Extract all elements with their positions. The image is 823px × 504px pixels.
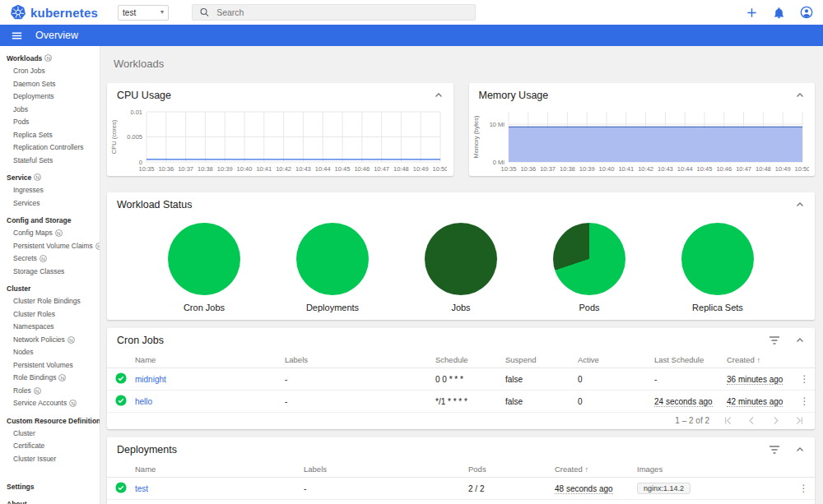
sidebar-item-label: Persistent Volumes — [13, 362, 73, 370]
row-menu-button[interactable]: ⋮ — [793, 500, 815, 504]
sidebar-item-services[interactable]: Services — [0, 197, 100, 210]
create-resource-button[interactable] — [746, 7, 758, 19]
card-header: CPU Usage — [107, 83, 453, 107]
sidebar-item-roles[interactable]: RolesN — [0, 385, 100, 398]
column-created[interactable]: Created ↑ — [550, 461, 632, 478]
column-name[interactable]: Name — [130, 352, 280, 368]
svg-text:10:46: 10:46 — [716, 165, 732, 173]
namespace-selector[interactable]: test ▾ — [118, 5, 169, 21]
sidebar-group-label: Service — [7, 173, 31, 182]
column-schedule[interactable]: Schedule — [430, 352, 500, 368]
brand-link[interactable]: kubernetes — [10, 4, 98, 21]
search-input[interactable] — [216, 7, 468, 17]
sidebar-group-config-and-storage: Config and Storage — [0, 214, 100, 227]
sidebar-item-service-accounts[interactable]: Service AccountsN — [0, 397, 100, 410]
sidebar-item-jobs[interactable]: Jobs — [0, 104, 100, 117]
sidebar-item-cluster[interactable]: Cluster — [0, 428, 100, 441]
next-page-button[interactable] — [770, 415, 781, 426]
sidebar-item-cluster-role-bindings[interactable]: Cluster Role Bindings — [0, 295, 100, 308]
namespaced-badge: N — [40, 255, 47, 262]
column-labels[interactable]: Labels — [280, 352, 430, 368]
column-pods[interactable]: Pods — [463, 461, 550, 478]
column-menu — [793, 461, 815, 478]
previous-page-button[interactable] — [746, 415, 757, 426]
sidebar-item-label: Secrets — [13, 255, 37, 263]
cell-active: 0 — [573, 391, 649, 413]
sidebar-item-label: Cluster Issuer — [13, 455, 56, 464]
sidebar-item-daemon-sets[interactable]: Daemon Sets — [0, 78, 100, 91]
sidebar-item-network-policies[interactable]: Network PoliciesN — [0, 334, 100, 347]
sidebar-item-secrets[interactable]: SecretsN — [0, 252, 100, 266]
pie-label: Jobs — [451, 303, 470, 312]
sidebar-item-nodes[interactable]: Nodes — [0, 346, 100, 359]
sidebar-item-role-bindings[interactable]: Role BindingsN — [0, 372, 100, 385]
sidebar-item-replica-sets[interactable]: Replica Sets — [0, 129, 100, 142]
column-menu — [794, 352, 815, 368]
app-header: Overview — [0, 25, 823, 46]
deployment-link[interactable]: test — [135, 484, 148, 493]
row-menu-button[interactable]: ⋮ — [794, 391, 815, 413]
collapse-button[interactable] — [795, 445, 805, 455]
sidebar-group-settings[interactable]: Settings — [0, 480, 100, 493]
sidebar-item-cluster-roles[interactable]: Cluster Roles — [0, 308, 100, 321]
filter-button[interactable] — [769, 335, 780, 345]
cell-name: test — [130, 478, 299, 500]
column-created[interactable]: Created ↑ — [722, 352, 794, 368]
cron-job-link[interactable]: hello — [135, 397, 152, 406]
column-active[interactable]: Active — [573, 352, 649, 368]
sidebar-item-ingresses[interactable]: Ingresses — [0, 184, 100, 197]
sidebar-item-cron-jobs[interactable]: Cron Jobs — [0, 65, 100, 78]
memory-usage-chart: 0 Mi10 Mi10:3510:3610:3710:3810:3910:401… — [471, 107, 809, 173]
svg-text:10:48: 10:48 — [756, 165, 771, 173]
topbar-actions — [746, 6, 813, 19]
sidebar-group-service[interactable]: ServiceN — [0, 171, 100, 184]
sidebar-item-persistent-volumes[interactable]: Persistent Volumes — [0, 359, 100, 372]
collapse-button[interactable] — [434, 90, 444, 100]
row-menu-button[interactable]: ⋮ — [794, 368, 815, 391]
sidebar-item-namespaces[interactable]: Namespaces — [0, 321, 100, 334]
column-suspend[interactable]: Suspend — [500, 352, 573, 368]
sidebar-item-stateful-sets[interactable]: Stateful Sets — [0, 155, 100, 168]
column-images[interactable]: Images — [632, 461, 793, 478]
card-title: Cron Jobs — [117, 335, 754, 346]
sidebar-item-persistent-volume-claims[interactable]: Persistent Volume ClaimsN — [0, 240, 100, 253]
sidebar-item-deployments[interactable]: Deployments — [0, 90, 100, 104]
svg-text:10:45: 10:45 — [696, 165, 712, 173]
sidebar-item-pods[interactable]: Pods — [0, 116, 100, 129]
notifications-button[interactable] — [773, 7, 785, 19]
account-button[interactable] — [800, 6, 813, 19]
cpu-usage-chart: 00.0050.0110:3510:3610:3710:3810:3910:40… — [109, 107, 447, 173]
collapse-button[interactable] — [795, 335, 805, 345]
row-menu-button[interactable]: ⋮ — [793, 478, 815, 500]
sidebar-item-cluster-issuer[interactable]: Cluster Issuer — [0, 453, 100, 466]
cron-job-link[interactable]: midnight — [135, 375, 166, 384]
sidebar-item-replication-controllers[interactable]: Replication Controllers — [0, 141, 100, 155]
chevron-down-icon: ▾ — [160, 9, 164, 16]
sidebar-item-label: Deployments — [13, 93, 54, 101]
column-last-schedule[interactable]: Last Schedule — [649, 352, 722, 368]
cell-name: hello — [130, 391, 280, 413]
menu-icon[interactable] — [11, 30, 23, 41]
deployment-row-nginx-deployment: nginx-deploymentapp: nginx3 / 342 minute… — [107, 500, 815, 504]
status-ok-icon — [107, 391, 130, 413]
cell-name: nginx-deployment — [130, 500, 299, 504]
collapse-button[interactable] — [795, 90, 805, 100]
sidebar-item-label: Namespaces — [13, 323, 54, 331]
column-labels[interactable]: Labels — [299, 461, 463, 478]
svg-text:10:45: 10:45 — [335, 165, 351, 173]
namespaced-badge: N — [67, 336, 75, 344]
sidebar-item-config-maps[interactable]: Config MapsN — [0, 227, 100, 240]
sidebar: WorkloadsNCron JobsDaemon SetsDeployment… — [0, 46, 100, 504]
filter-button[interactable] — [769, 445, 780, 455]
sidebar-item-storage-classes[interactable]: Storage Classes — [0, 266, 100, 279]
svg-text:10:37: 10:37 — [178, 165, 193, 173]
first-page-button[interactable] — [723, 415, 733, 426]
svg-text:10:42: 10:42 — [276, 165, 291, 173]
sidebar-group-workloads[interactable]: WorkloadsN — [0, 52, 100, 65]
last-page-button[interactable] — [794, 415, 805, 426]
label-chip: nginx:1.14.2 — [637, 483, 690, 494]
collapse-button[interactable] — [795, 200, 805, 210]
sidebar-group-about[interactable]: About — [0, 497, 100, 504]
column-name[interactable]: Name — [130, 461, 299, 478]
sidebar-item-certificate[interactable]: Certificate — [0, 440, 100, 453]
